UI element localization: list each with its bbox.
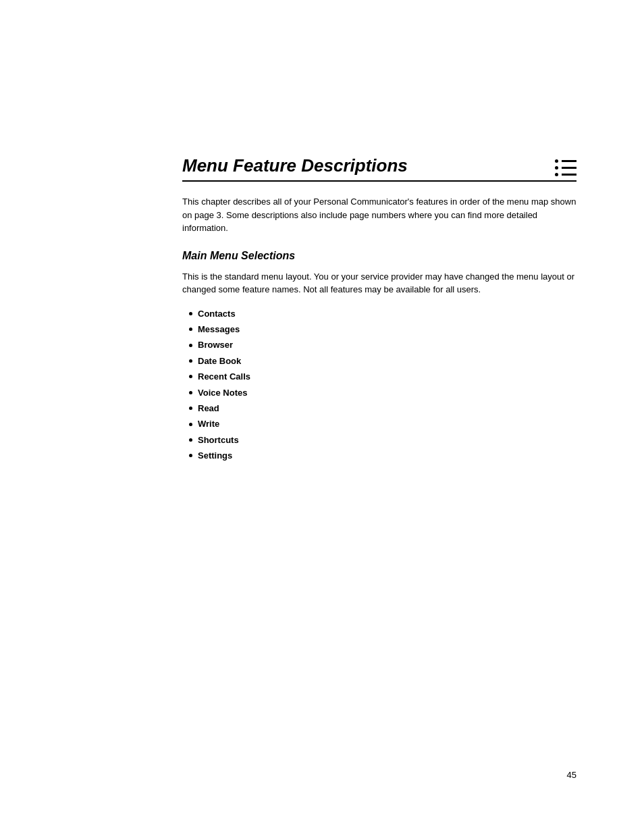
list-item-label: Recent Calls [198,369,250,384]
list-item-label: Settings [198,448,232,463]
content-area: Menu Feature Descriptions This chapter d… [182,0,576,464]
list-item: Contacts [189,306,576,321]
list-item: Date Book [189,353,576,369]
bullet-dot [189,423,192,426]
list-item-label: Messages [198,321,240,337]
bullet-dot [189,391,192,394]
bullet-dot [189,328,192,331]
chapter-title: Menu Feature Descriptions [182,155,408,176]
list-item-label: Voice Notes [198,385,247,400]
bullet-dot [189,375,192,378]
list-icon [555,159,576,176]
list-icon-dot-3 [555,173,558,176]
page-container: Menu Feature Descriptions This chapter d… [0,0,644,834]
section-title: Main Menu Selections [182,250,576,262]
list-item-label: Contacts [198,306,236,321]
list-icon-line-1 [562,160,576,162]
chapter-intro: This chapter describes all of your Perso… [182,195,576,235]
page-number: 45 [567,770,576,780]
bullet-dot [189,344,192,347]
bullet-dot [189,454,192,457]
list-icon-line-2 [562,167,576,169]
bullet-dot [189,438,192,442]
bullet-dot [189,407,192,410]
list-item: Voice Notes [189,385,576,400]
menu-items-list: ContactsMessagesBrowserDate BookRecent C… [182,306,576,464]
list-icon-row-1 [555,159,576,163]
list-item-label: Read [198,400,219,416]
list-icon-dot-2 [555,166,558,170]
list-icon-row-3 [555,173,576,176]
list-item-label: Browser [198,337,233,353]
list-item: Shortcuts [189,432,576,448]
title-underline [182,180,576,182]
list-icon-row-2 [555,166,576,170]
list-item-label: Shortcuts [198,432,239,448]
list-item-label: Write [198,416,219,432]
list-item: Read [189,400,576,416]
bullet-dot [189,312,192,315]
list-item: Settings [189,448,576,463]
list-item: Browser [189,337,576,353]
bullet-dot [189,359,192,363]
list-item: Write [189,416,576,432]
list-item: Recent Calls [189,369,576,384]
list-icon-dot-1 [555,159,558,163]
list-item-label: Date Book [198,353,241,369]
chapter-header: Menu Feature Descriptions [182,155,576,176]
section-text: This is the standard menu layout. You or… [182,270,576,296]
list-item: Messages [189,321,576,337]
list-icon-line-3 [562,174,576,176]
